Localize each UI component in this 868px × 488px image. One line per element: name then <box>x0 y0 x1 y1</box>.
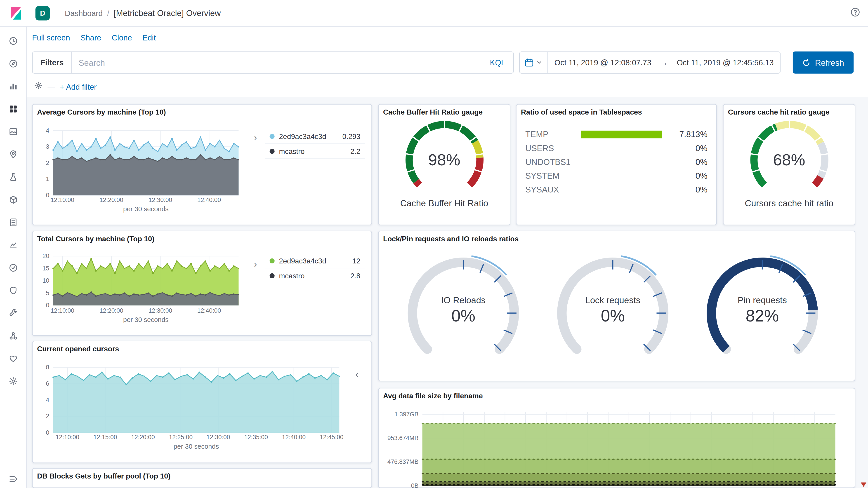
sidebar-item-wrench[interactable] <box>7 309 19 318</box>
filter-bar: Filters KQL Oct 11, 2019 @ 12:08:07.73 →… <box>32 52 854 74</box>
sidebar-item-shield[interactable] <box>7 286 19 295</box>
tablespace-name: UNDOTBS1 <box>525 157 581 167</box>
refresh-button[interactable]: Refresh <box>793 52 854 74</box>
chevron-down-icon <box>536 59 542 66</box>
svg-text:12:10:00: 12:10:00 <box>51 197 74 203</box>
legend-dot-icon <box>270 149 275 154</box>
tablespace-name: TEMP <box>525 129 581 139</box>
filters-button[interactable]: Filters <box>33 52 72 73</box>
tablespace-bar-track <box>581 172 662 180</box>
panel-title[interactable]: DB Blocks Gets by buffer pool (Top 10) <box>37 472 170 480</box>
area-chart-opened-cursors: 0246812:10:0012:15:0012:20:0012:25:0012:… <box>33 341 371 462</box>
panel-cursors-cache-gauge: Cursors cache hit ratio gauge 68% Cursor… <box>723 104 855 225</box>
full-screen-link[interactable]: Full screen <box>32 33 70 42</box>
svg-text:476.837MB: 476.837MB <box>388 458 418 465</box>
svg-text:12:40:00: 12:40:00 <box>197 197 221 203</box>
panel-title[interactable]: Cursors cache hit ratio gauge <box>728 108 829 116</box>
search-input[interactable] <box>72 58 490 67</box>
legend-collapse-icon[interactable]: ‹ <box>355 370 358 379</box>
tablespace-name: SYSTEM <box>525 171 581 181</box>
legend-item[interactable]: 2ed9ac3a4c3d12 <box>265 254 365 268</box>
legend-dot-icon <box>270 133 275 138</box>
gauge-value: 98% <box>379 151 510 169</box>
panel-title[interactable]: Current opened cursors <box>37 345 119 353</box>
svg-text:0: 0 <box>46 192 49 199</box>
tablespace-row-system: SYSTEM0% <box>525 169 708 183</box>
tablespace-value: 0% <box>668 185 707 194</box>
goal-lock-requests: Lock requests 0% <box>552 294 674 325</box>
clone-link[interactable]: Clone <box>112 33 132 42</box>
share-link[interactable]: Share <box>81 33 101 42</box>
svg-text:12:20:00: 12:20:00 <box>99 197 123 203</box>
sidebar-item-dashboard-grid[interactable] <box>7 105 19 113</box>
svg-text:12:15:00: 12:15:00 <box>93 434 117 441</box>
help-icon[interactable] <box>850 7 860 19</box>
filter-options-gear-icon[interactable] <box>34 81 43 92</box>
space-badge[interactable]: D <box>35 6 50 20</box>
legend-value: 2.8 <box>344 271 361 280</box>
svg-text:2: 2 <box>46 413 49 420</box>
panel-title[interactable]: Total Cursors by machine (Top 10) <box>37 234 154 243</box>
breadcrumb-separator: / <box>107 8 110 18</box>
area-chart-average-cursors: 0123412:10:0012:20:0012:30:0012:40:00per… <box>33 105 371 225</box>
date-picker-group: Oct 11, 2019 @ 12:08:07.73 → Oct 11, 201… <box>519 52 780 74</box>
svg-text:12:30:00: 12:30:00 <box>206 434 230 441</box>
tablespace-bar-track <box>581 186 662 193</box>
breadcrumb: Dashboard / [Metricbeat Oracle] Overview <box>65 8 221 18</box>
calendar-button[interactable] <box>520 52 548 73</box>
sidebar-item-logs[interactable] <box>7 218 19 227</box>
tablespace-name: SYSAUX <box>525 185 581 194</box>
sidebar-item-heart[interactable] <box>7 354 19 363</box>
date-from[interactable]: Oct 11, 2019 @ 12:08:07.73 <box>554 58 651 67</box>
calendar-icon <box>525 58 534 67</box>
sidebar-item-clock[interactable] <box>7 37 19 45</box>
legend-item[interactable]: mcastro2.8 <box>265 268 365 283</box>
legend-expand-icon[interactable]: › <box>254 260 257 269</box>
sidebar <box>0 27 27 488</box>
legend-value: 2.2 <box>344 147 361 155</box>
legend-expand-icon[interactable]: › <box>254 133 257 142</box>
kql-selector[interactable]: KQL <box>490 58 513 67</box>
panel-tablespaces: Ratio of used space in Tablespaces TEMP7… <box>516 104 717 225</box>
panel-title[interactable]: Lock/Pin requests and IO reloads ratios <box>383 234 519 243</box>
date-range-arrow-icon: → <box>660 58 668 67</box>
sidebar-item-gear[interactable] <box>7 377 19 386</box>
sidebar-item-beaker[interactable] <box>7 173 19 182</box>
sidebar-item-line-chart[interactable] <box>7 240 19 250</box>
tablespace-row-undotbs1: UNDOTBS10% <box>525 155 708 169</box>
edit-link[interactable]: Edit <box>143 33 156 42</box>
tablespace-bar-track <box>581 130 662 138</box>
legend-item[interactable]: mcastro2.2 <box>265 144 365 159</box>
sidebar-item-bar-chart[interactable] <box>7 82 19 91</box>
collapse-menu-icon[interactable] <box>9 475 18 486</box>
legend-value: 12 <box>346 256 360 265</box>
svg-text:12:35:00: 12:35:00 <box>244 434 268 441</box>
divider: — <box>48 83 55 91</box>
panel-title[interactable]: Cache Buffer Hit Ratio gauge <box>383 108 483 116</box>
date-to[interactable]: Oct 11, 2019 @ 12:45:56.13 <box>677 58 774 67</box>
svg-text:4: 4 <box>46 127 49 134</box>
svg-text:per 30 seconds: per 30 seconds <box>123 316 168 323</box>
goal-pin-requests: Pin requests 82% <box>702 294 823 325</box>
kibana-logo-icon[interactable] <box>9 6 23 20</box>
add-filter-link[interactable]: + Add filter <box>60 82 96 91</box>
global-header: D Dashboard / [Metricbeat Oracle] Overvi… <box>0 0 868 27</box>
sidebar-item-check-circle[interactable] <box>7 263 19 272</box>
svg-text:3: 3 <box>46 143 49 150</box>
add-filter-row: — + Add filter <box>34 81 97 92</box>
sidebar-item-graph-nodes[interactable] <box>7 331 19 340</box>
legend-item[interactable]: 2ed9ac3a4c3d0.293 <box>265 129 365 144</box>
svg-text:12:40:00: 12:40:00 <box>197 307 221 314</box>
tablespace-row-users: USERS0% <box>525 141 708 155</box>
panel-title[interactable]: Ratio of used space in Tablespaces <box>521 108 642 116</box>
svg-text:0: 0 <box>46 429 49 436</box>
sidebar-item-map-pin[interactable] <box>7 150 19 159</box>
goal-io-reloads: IO Reloads 0% <box>402 294 524 325</box>
breadcrumb-dashboard[interactable]: Dashboard <box>65 8 103 18</box>
sidebar-item-compass[interactable] <box>7 59 19 68</box>
sidebar-item-cube[interactable] <box>7 195 19 204</box>
svg-text:5: 5 <box>46 290 49 296</box>
panel-title[interactable]: Avg data file size by filename <box>383 392 483 400</box>
sidebar-item-canvas[interactable] <box>7 127 19 136</box>
panel-title[interactable]: Average Cursors by machine (Top 10) <box>37 108 166 116</box>
